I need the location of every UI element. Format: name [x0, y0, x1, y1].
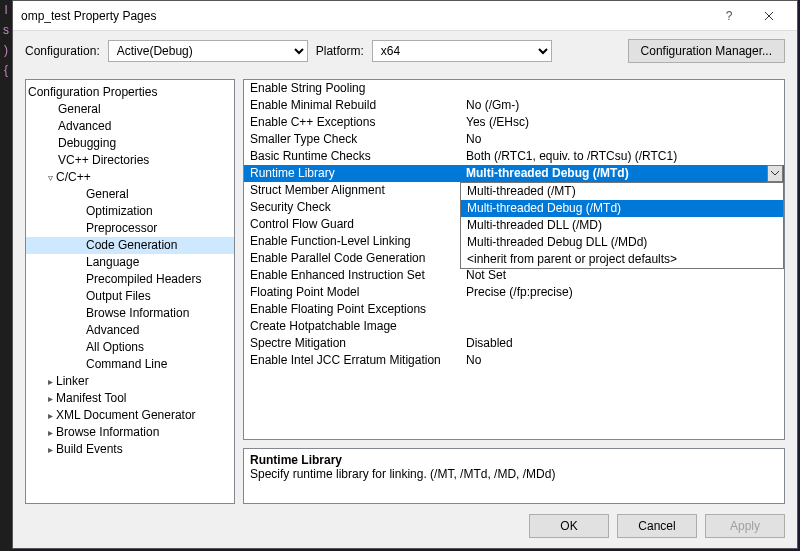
- property-value[interactable]: Disabled: [460, 335, 784, 352]
- property-name: Floating Point Model: [244, 284, 460, 301]
- configuration-select[interactable]: Active(Debug): [108, 40, 308, 62]
- property-value[interactable]: Precise (/fp:precise): [460, 284, 784, 301]
- property-grid[interactable]: Enable String PoolingEnable Minimal Rebu…: [243, 79, 785, 440]
- property-value[interactable]: [460, 301, 784, 318]
- configuration-manager-button[interactable]: Configuration Manager...: [628, 39, 785, 63]
- titlebar: omp_test Property Pages ?: [13, 1, 797, 31]
- property-value[interactable]: Yes (/EHsc): [460, 114, 784, 131]
- tree-item-label: Browse Information: [56, 425, 159, 439]
- tree-item[interactable]: General: [26, 101, 234, 118]
- description-text: Specify runtime library for linking. (/M…: [250, 467, 778, 481]
- property-row[interactable]: Basic Runtime ChecksBoth (/RTC1, equiv. …: [244, 148, 784, 165]
- config-row: Configuration: Active(Debug) Platform: x…: [13, 31, 797, 71]
- property-row[interactable]: Create Hotpatchable Image: [244, 318, 784, 335]
- property-name: Enable String Pooling: [244, 80, 460, 97]
- tree-item-label: XML Document Generator: [56, 408, 196, 422]
- property-value[interactable]: [460, 318, 784, 335]
- tree-item[interactable]: Output Files: [26, 288, 234, 305]
- tree-item-label: Code Generation: [86, 238, 177, 252]
- tree-item[interactable]: Advanced: [26, 118, 234, 135]
- dropdown-item[interactable]: Multi-threaded Debug DLL (/MDd): [461, 234, 783, 251]
- tree-caret-icon[interactable]: ▸: [44, 407, 56, 424]
- property-name: Struct Member Alignment: [244, 182, 460, 199]
- close-button[interactable]: [749, 4, 789, 28]
- tree-item[interactable]: ▸XML Document Generator: [26, 407, 234, 424]
- tree-item[interactable]: Code Generation: [26, 237, 234, 254]
- dropdown-button[interactable]: [767, 165, 783, 182]
- property-name: Control Flow Guard: [244, 216, 460, 233]
- platform-select[interactable]: x64: [372, 40, 552, 62]
- property-row[interactable]: Enable String Pooling: [244, 80, 784, 97]
- tree-item[interactable]: Debugging: [26, 135, 234, 152]
- property-name: Enable C++ Exceptions: [244, 114, 460, 131]
- tree-item[interactable]: ▸Linker: [26, 373, 234, 390]
- tree-item[interactable]: Browse Information: [26, 305, 234, 322]
- tree-item-label: Advanced: [86, 323, 139, 337]
- property-row[interactable]: Enable Enhanced Instruction SetNot Set: [244, 267, 784, 284]
- property-value[interactable]: No (/Gm-): [460, 97, 784, 114]
- property-value[interactable]: [460, 80, 784, 97]
- description-pane: Runtime Library Specify runtime library …: [243, 448, 785, 504]
- runtime-library-dropdown[interactable]: Multi-threaded (/MT)Multi-threaded Debug…: [460, 182, 784, 269]
- property-name: Enable Minimal Rebuild: [244, 97, 460, 114]
- tree-item[interactable]: Optimization: [26, 203, 234, 220]
- tree-item[interactable]: ▿C/C++: [26, 169, 234, 186]
- tree-item-label: VC++ Directories: [58, 153, 149, 167]
- tree-item-label: Build Events: [56, 442, 123, 456]
- property-row[interactable]: Runtime LibraryMulti-threaded Debug (/MT…: [244, 165, 784, 182]
- tree-item[interactable]: Precompiled Headers: [26, 271, 234, 288]
- window-title: omp_test Property Pages: [21, 9, 709, 23]
- property-name: Enable Function-Level Linking: [244, 233, 460, 250]
- tree-item[interactable]: Language: [26, 254, 234, 271]
- apply-button[interactable]: Apply: [705, 514, 785, 538]
- tree-item[interactable]: VC++ Directories: [26, 152, 234, 169]
- dropdown-item[interactable]: Multi-threaded DLL (/MD): [461, 217, 783, 234]
- tree-pane[interactable]: ▿Configuration PropertiesGeneralAdvanced…: [25, 79, 235, 504]
- tree-item-label: Debugging: [58, 136, 116, 150]
- property-name: Enable Intel JCC Erratum Mitigation: [244, 352, 460, 369]
- property-pages-dialog: omp_test Property Pages ? Configuration:…: [12, 0, 798, 549]
- property-row[interactable]: Smaller Type CheckNo: [244, 131, 784, 148]
- tree-caret-icon[interactable]: ▸: [44, 373, 56, 390]
- property-row[interactable]: Enable Intel JCC Erratum MitigationNo: [244, 352, 784, 369]
- dropdown-item[interactable]: <inherit from parent or project defaults…: [461, 251, 783, 268]
- dropdown-item[interactable]: Multi-threaded (/MT): [461, 183, 783, 200]
- tree-item[interactable]: General: [26, 186, 234, 203]
- property-row[interactable]: Enable Floating Point Exceptions: [244, 301, 784, 318]
- dropdown-item[interactable]: Multi-threaded Debug (/MTd): [461, 200, 783, 217]
- tree-item[interactable]: Preprocessor: [26, 220, 234, 237]
- tree-caret-icon[interactable]: ▸: [44, 424, 56, 441]
- help-button[interactable]: ?: [709, 4, 749, 28]
- property-name: Smaller Type Check: [244, 131, 460, 148]
- property-row[interactable]: Enable Minimal RebuildNo (/Gm-): [244, 97, 784, 114]
- property-value[interactable]: No: [460, 352, 784, 369]
- cancel-button[interactable]: Cancel: [617, 514, 697, 538]
- property-value[interactable]: Both (/RTC1, equiv. to /RTCsu) (/RTC1): [460, 148, 784, 165]
- property-row[interactable]: Enable C++ ExceptionsYes (/EHsc): [244, 114, 784, 131]
- property-row[interactable]: Floating Point ModelPrecise (/fp:precise…: [244, 284, 784, 301]
- tree-item-label: Browse Information: [86, 306, 189, 320]
- tree-item[interactable]: All Options: [26, 339, 234, 356]
- tree-item-label: Optimization: [86, 204, 153, 218]
- property-name: Basic Runtime Checks: [244, 148, 460, 165]
- tree-caret-icon[interactable]: ▿: [44, 169, 56, 186]
- property-value[interactable]: Multi-threaded Debug (/MTd): [460, 165, 784, 182]
- platform-label: Platform:: [316, 44, 364, 58]
- tree-item[interactable]: ▸Browse Information: [26, 424, 234, 441]
- tree-item-label: Manifest Tool: [56, 391, 126, 405]
- tree-item-label: Output Files: [86, 289, 151, 303]
- tree-item[interactable]: ▸Manifest Tool: [26, 390, 234, 407]
- tree-item[interactable]: ▸Build Events: [26, 441, 234, 458]
- property-value[interactable]: Not Set: [460, 267, 784, 284]
- tree-caret-icon[interactable]: ▸: [44, 390, 56, 407]
- property-name: Create Hotpatchable Image: [244, 318, 460, 335]
- tree-item[interactable]: Command Line: [26, 356, 234, 373]
- ok-button[interactable]: OK: [529, 514, 609, 538]
- property-row[interactable]: Spectre MitigationDisabled: [244, 335, 784, 352]
- tree-item[interactable]: ▿Configuration Properties: [26, 84, 234, 101]
- tree-item-label: Precompiled Headers: [86, 272, 201, 286]
- tree-item[interactable]: Advanced: [26, 322, 234, 339]
- property-value[interactable]: No: [460, 131, 784, 148]
- tree-item-label: Language: [86, 255, 139, 269]
- tree-caret-icon[interactable]: ▸: [44, 441, 56, 458]
